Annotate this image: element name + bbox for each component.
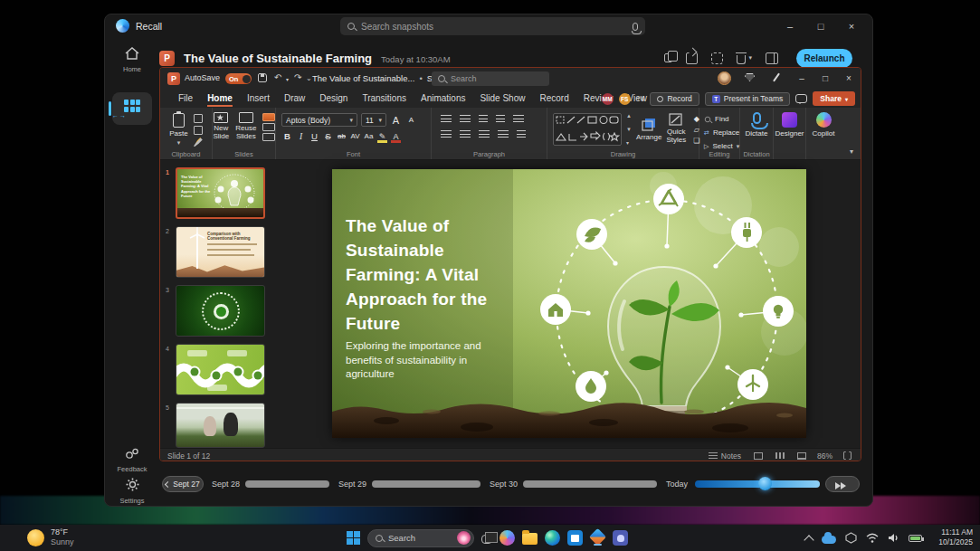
tab-insert[interactable]: Insert [240,90,277,108]
align-center-icon[interactable] [460,130,471,138]
timeline-forward-button[interactable] [825,476,860,492]
highlight-color-button[interactable]: ✎ [376,132,388,141]
wifi-icon[interactable] [866,533,879,543]
battery-icon[interactable] [909,535,922,542]
font-color-button[interactable]: A [390,132,402,141]
copilot-icon[interactable] [500,530,515,546]
pen-feature-icon[interactable] [772,72,782,82]
shapes-scroll[interactable]: ▲▼▾ [626,113,632,146]
file-explorer-icon[interactable] [522,533,538,545]
ppt-minimize-button[interactable]: – [790,68,813,89]
microsoft-store-icon[interactable] [567,530,583,546]
clear-format-button[interactable]: ab [336,132,347,140]
slideshow-view-icon[interactable] [797,452,806,460]
section-icon[interactable] [262,133,275,141]
align-right-icon[interactable] [479,130,490,138]
premium-gem-icon[interactable] [745,73,755,81]
reset-icon[interactable] [262,123,275,131]
delete-menu[interactable]: ▾ [737,52,752,64]
timeline-segment[interactable] [372,480,480,488]
taskbar-search[interactable]: Search [367,529,474,547]
speaker-icon[interactable] [888,533,899,543]
normal-view-icon[interactable] [754,452,763,460]
slide-sorter-icon[interactable] [775,452,785,459]
start-button[interactable] [347,531,360,545]
justify-icon[interactable] [498,130,509,138]
bold-button[interactable]: B [281,131,293,141]
sidebar-item-home[interactable]: Home [105,47,159,73]
autosave-toggle[interactable]: On [225,73,252,84]
tab-record[interactable]: Record [532,90,576,108]
align-left-icon[interactable] [441,130,452,138]
tab-home[interactable]: Home [200,90,240,108]
security-icon[interactable] [845,532,857,544]
collaborator-badge[interactable]: FS [619,93,631,105]
mic-icon[interactable] [633,23,638,31]
close-button[interactable]: × [836,14,867,37]
italic-button[interactable]: I [295,132,307,141]
ppt-close-button[interactable]: × [837,68,861,89]
change-case-button[interactable]: Aa [363,132,375,140]
timeline-segment-today[interactable] [695,480,820,488]
dictate-button[interactable]: Dictate [740,108,773,138]
relaunch-button[interactable]: Relaunch [796,49,852,68]
undo-icon[interactable]: ↶ [274,72,281,82]
share-icon[interactable] [686,52,698,64]
new-slide-button[interactable]: New Slide [213,108,230,141]
tray-overflow-icon[interactable] [804,535,813,545]
timeline-back-button[interactable]: Sept 27 [162,476,204,492]
indent-increase-icon[interactable] [496,115,505,123]
slide-thumbnail-4[interactable] [176,344,265,395]
ppt-maximize-button[interactable]: □ [813,68,837,89]
font-name-select[interactable]: Aptos (Body) ▾ [281,113,357,127]
onedrive-icon[interactable] [822,536,836,544]
undo-chevron-icon[interactable]: ▾ [286,76,289,82]
ppt-search-box[interactable]: Search [432,71,549,86]
indent-decrease-icon[interactable] [479,115,488,123]
reuse-slides-button[interactable]: Reuse Slides [235,108,257,141]
format-painter-icon[interactable] [194,138,203,147]
taskbar-weather-widget[interactable]: 78°F Sunny [27,527,74,547]
tab-draw[interactable]: Draw [277,90,312,108]
decrease-font-icon[interactable]: A [405,116,417,124]
bullets-icon[interactable] [441,115,452,123]
sidebar-item-timeline-selected[interactable]: ←→ [112,92,152,125]
tab-animations[interactable]: Animations [414,90,472,108]
main-slide[interactable]: The Value of Sustainable Farming: A Vita… [332,169,806,438]
maximize-button[interactable]: □ [805,14,836,37]
snip-icon[interactable] [711,52,723,64]
timeline-segment[interactable] [523,480,657,488]
quick-styles-button[interactable]: Quick Styles [666,109,686,145]
slide-thumbnail-3[interactable] [176,285,265,337]
collaborator-badge[interactable]: MM [602,93,614,105]
comments-icon[interactable] [795,94,807,103]
panel-toggle-icon[interactable] [766,52,778,64]
slide-thumbnail-1[interactable]: The Value of Sustainable Farming: A Vita… [176,167,265,219]
arrange-button[interactable]: Arrange [636,113,661,141]
record-button[interactable]: Record [650,92,699,106]
strikethrough-button[interactable]: S [322,131,334,141]
slide-layout-buttons[interactable] [262,108,275,141]
numbering-icon[interactable] [460,115,471,123]
taskbar-clock[interactable]: 11:11 AM 10/1/2025 [938,527,973,547]
save-icon[interactable] [258,73,267,82]
notes-button[interactable]: Notes [721,451,741,461]
char-spacing-button[interactable]: AV [349,132,361,140]
underline-button[interactable]: U [309,131,320,141]
timeline-segment[interactable] [245,480,329,488]
tab-slide-show[interactable]: Slide Show [472,90,532,108]
task-view-icon[interactable] [481,535,492,544]
find-button[interactable]: Find [704,113,739,125]
user-avatar[interactable] [718,71,731,85]
minimize-button[interactable]: – [775,14,805,37]
recall-taskbar-button[interactable] [590,529,605,546]
collapse-ribbon-icon[interactable]: ▾ [850,147,853,156]
recall-search-input[interactable]: Search snapshots [340,17,645,35]
shapes-gallery[interactable] [553,113,622,146]
layout-icon[interactable] [262,113,275,121]
redo-icon[interactable]: ↷ [294,72,301,82]
share-button[interactable]: Share ▾ [813,91,855,106]
slide-thumbnail-2[interactable]: Comparison with Conventional Farming [176,226,265,278]
fit-slide-icon[interactable] [843,451,852,460]
teams-app-icon[interactable] [613,530,628,546]
